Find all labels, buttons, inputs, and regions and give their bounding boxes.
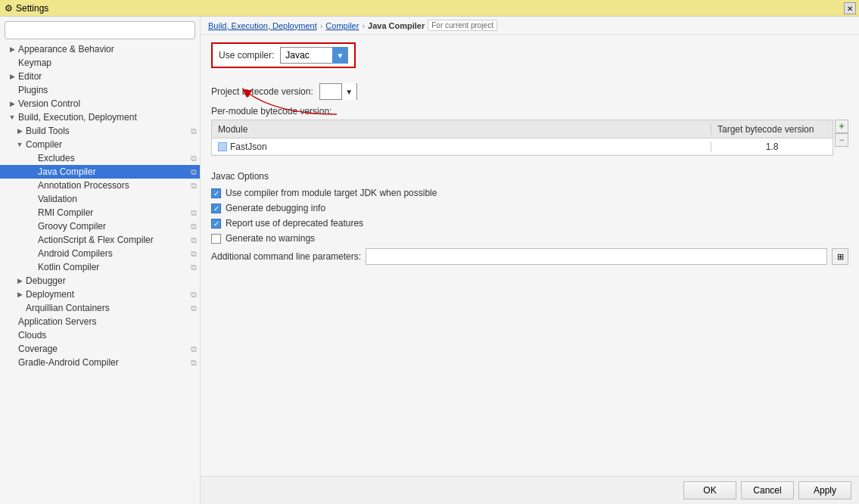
- arrow-icon: ▶: [8, 45, 17, 54]
- javac-options-title: Javac Options: [211, 171, 848, 182]
- close-button[interactable]: ✕: [844, 2, 856, 14]
- apply-button[interactable]: Apply: [798, 481, 851, 499]
- sidebar-item-appearance[interactable]: ▶ Appearance & Behavior: [0, 42, 200, 56]
- checkbox-row-3: Report use of deprecated features: [211, 218, 848, 229]
- breadcrumb-sep2: ›: [362, 21, 365, 30]
- search-input[interactable]: [5, 21, 195, 39]
- checkbox-label-4: Generate no warnings: [226, 233, 315, 244]
- arrow-icon: ▶: [8, 99, 17, 108]
- sidebar-item-android[interactable]: Android Compilers ⧉: [0, 247, 200, 260]
- checkbox-row-1: Use compiler from module target JDK when…: [211, 188, 848, 198]
- ok-button[interactable]: OK: [683, 481, 736, 499]
- sidebar-item-label: Java Compiler: [38, 166, 96, 177]
- arrow-icon: ▶: [15, 276, 24, 285]
- sidebar-item-actionscript[interactable]: ActionScript & Flex Compiler ⧉: [0, 233, 200, 247]
- bytecode-dropdown-btn[interactable]: ▼: [341, 83, 356, 100]
- arrow-icon: ▶: [15, 290, 24, 299]
- copy-icon: ⧉: [191, 263, 197, 272]
- col-target: Target bytecode version: [711, 124, 833, 135]
- arrow-icon: ▼: [8, 113, 17, 122]
- arrow-icon: [27, 181, 36, 190]
- sidebar-item-label: Excludes: [38, 153, 75, 163]
- checkbox-no-warnings[interactable]: [211, 234, 221, 244]
- sidebar-item-kotlin[interactable]: Kotlin Compiler ⧉: [0, 260, 200, 274]
- sidebar-item-editor[interactable]: ▶ Editor: [0, 70, 200, 83]
- sidebar-item-label: ActionScript & Flex Compiler: [38, 235, 154, 245]
- checkbox-row-2: Generate debugging info: [211, 203, 848, 213]
- sidebar-item-label: Clouds: [18, 330, 46, 341]
- table-row: FastJson 1.8: [212, 138, 833, 155]
- sidebar-item-arquillian[interactable]: Arquillian Containers ⧉: [0, 301, 200, 315]
- checkbox-gen-debug[interactable]: [211, 204, 221, 213]
- breadcrumb-compiler[interactable]: Compiler: [325, 21, 359, 30]
- checkbox-label-2: Generate debugging info: [226, 203, 325, 213]
- sidebar-tree: ▶ Appearance & Behavior Keymap ▶ Editor …: [0, 42, 200, 504]
- bytecode-label: Project bytecode version:: [211, 86, 313, 97]
- sidebar-item-debugger[interactable]: ▶ Debugger: [0, 274, 200, 288]
- remove-module-button[interactable]: −: [835, 133, 848, 147]
- compiler-select[interactable]: Javac ▼: [280, 47, 348, 64]
- sidebar-item-label: Version Control: [18, 98, 80, 109]
- sidebar-item-gradle-android[interactable]: Gradle-Android Compiler ⧉: [0, 356, 200, 369]
- checkbox-deprecated[interactable]: [211, 219, 221, 229]
- copy-icon: ⧉: [191, 154, 197, 163]
- sidebar-item-java-compiler[interactable]: Java Compiler ⧉: [0, 165, 200, 179]
- search-container: [0, 17, 200, 42]
- sidebar-item-rmi[interactable]: RMI Compiler ⧉: [0, 206, 200, 219]
- checkbox-label-1: Use compiler from module target JDK when…: [226, 188, 437, 198]
- sidebar-item-build-tools[interactable]: ▶ Build Tools ⧉: [0, 124, 200, 138]
- arrow-icon: [27, 249, 36, 258]
- title-bar: ⚙ Settings ✕: [0, 0, 859, 17]
- sidebar-item-plugins[interactable]: Plugins: [0, 83, 200, 97]
- sidebar-item-label: Arquillian Containers: [26, 303, 110, 313]
- sidebar-item-label: Kotlin Compiler: [38, 262, 99, 272]
- bytecode-select[interactable]: ▼: [319, 83, 357, 100]
- arrow-icon: ▼: [15, 140, 24, 149]
- compiler-dropdown-btn[interactable]: ▼: [332, 47, 347, 64]
- cancel-button[interactable]: Cancel: [741, 481, 794, 499]
- sidebar-item-label: Groovy Compiler: [38, 221, 106, 232]
- sidebar-item-deployment[interactable]: ▶ Deployment ⧉: [0, 288, 200, 301]
- table-header: Module Target bytecode version: [212, 120, 833, 138]
- sidebar: ▶ Appearance & Behavior Keymap ▶ Editor …: [0, 17, 201, 504]
- sidebar-item-label: Android Compilers: [38, 248, 113, 259]
- arrow-icon: [8, 58, 17, 67]
- module-table: Module Target bytecode version FastJson …: [211, 120, 833, 156]
- sidebar-item-validation[interactable]: Validation: [0, 192, 200, 206]
- sidebar-item-label: Validation: [38, 194, 77, 204]
- cmdline-input[interactable]: [366, 248, 827, 265]
- arrow-icon: [27, 263, 36, 272]
- sidebar-item-label: Annotation Processors: [38, 180, 129, 191]
- sidebar-item-version-control[interactable]: ▶ Version Control: [0, 97, 200, 110]
- sidebar-item-keymap[interactable]: Keymap: [0, 56, 200, 70]
- sidebar-item-compiler[interactable]: ▼ Compiler: [0, 138, 200, 151]
- arrow-icon: [8, 86, 17, 95]
- sidebar-item-app-servers[interactable]: Application Servers: [0, 315, 200, 328]
- arrow-icon: ▶: [8, 72, 17, 81]
- cmdline-browse-button[interactable]: ⊞: [832, 248, 848, 265]
- arrow-icon: [27, 208, 36, 217]
- sidebar-item-coverage[interactable]: Coverage ⧉: [0, 342, 200, 356]
- sidebar-item-label: Keymap: [18, 58, 51, 68]
- breadcrumb-build[interactable]: Build, Execution, Deployment: [208, 21, 317, 30]
- cmdline-label: Additional command line parameters:: [211, 251, 361, 262]
- browse-icon: ⊞: [837, 252, 844, 262]
- cmdline-row: Additional command line parameters: ⊞: [211, 248, 848, 265]
- sidebar-item-label: Application Servers: [18, 316, 96, 327]
- bytecode-row: Project bytecode version: ▼: [211, 83, 848, 100]
- checkbox-label-3: Report use of deprecated features: [226, 218, 363, 229]
- breadcrumb-current: Java Compiler: [368, 21, 425, 30]
- copy-icon: ⧉: [191, 126, 197, 136]
- checkbox-use-jdk[interactable]: [211, 188, 221, 198]
- sidebar-item-clouds[interactable]: Clouds: [0, 328, 200, 342]
- table-side-buttons: + −: [835, 120, 848, 147]
- main-container: ▶ Appearance & Behavior Keymap ▶ Editor …: [0, 17, 859, 504]
- sidebar-item-groovy[interactable]: Groovy Compiler ⧉: [0, 219, 200, 233]
- sidebar-item-annotation[interactable]: Annotation Processors ⧉: [0, 179, 200, 192]
- sidebar-item-build-execution[interactable]: ▼ Build, Execution, Deployment: [0, 110, 200, 124]
- sidebar-item-excludes[interactable]: Excludes ⧉: [0, 151, 200, 165]
- per-module-label: Per-module bytecode version:: [211, 106, 848, 117]
- add-module-button[interactable]: +: [835, 120, 848, 133]
- compiler-select-value: Javac: [281, 50, 332, 61]
- module-cell: FastJson: [212, 142, 711, 152]
